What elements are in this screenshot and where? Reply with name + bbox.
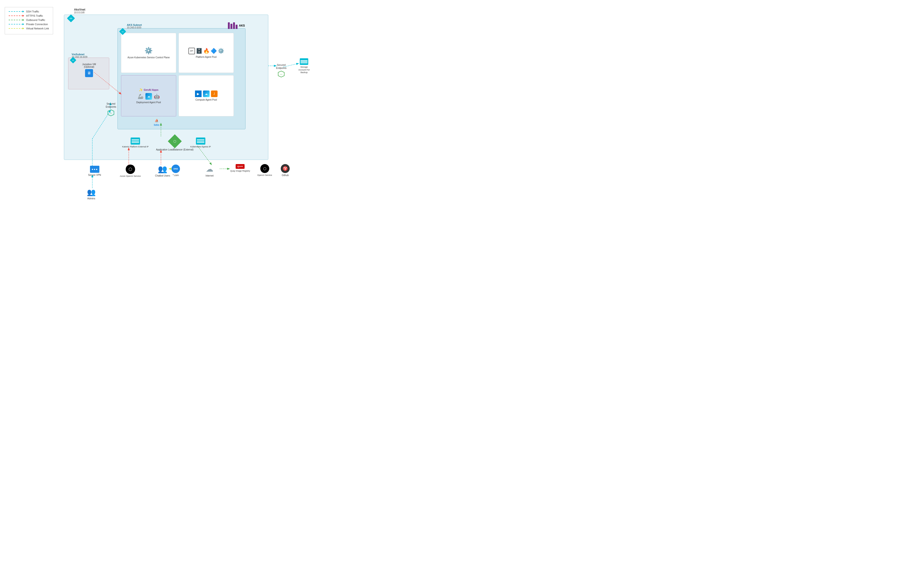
- vscode-icon: ▶: [195, 90, 202, 97]
- aks-node: AKS: [228, 22, 245, 29]
- legend-line-private: [9, 24, 23, 25]
- genai-apps-box: ✨ GenAI Apps 🦾 ☁ 🤖 Deployment Agent Pool: [121, 75, 176, 116]
- legend-line-http: [9, 16, 23, 16]
- k8s-egress-ip-node: Kubernetes Egress IP: [190, 137, 211, 148]
- azure-small-icon: ☁: [145, 93, 152, 100]
- legend-label-outbound: Outbound Traffic: [26, 18, 45, 21]
- internet-icon: ☁: [206, 165, 213, 173]
- aks-label: AKS: [239, 24, 245, 27]
- app-lb-label: Application LoadBalancer (External): [156, 148, 194, 151]
- legend-label-http: HTTP/S Traffic: [26, 14, 43, 17]
- storage-account-node: StorageAccount ForBackup: [298, 58, 310, 74]
- dns-label: *.com: [173, 174, 179, 177]
- azure-openai-label: Azure OpenAI Service: [120, 175, 141, 178]
- legend-item-private: Private Connection: [9, 23, 49, 26]
- robot-arm-icon: 🦾: [138, 93, 143, 99]
- openai-service-icon: ⬡: [260, 164, 269, 173]
- quay-icon: QUAY: [236, 164, 244, 169]
- openai-service-node: ⬡ OpenAI Service: [257, 164, 272, 177]
- admins-node: 👥 Admins: [87, 188, 96, 200]
- genai-icons: 🦾 ☁ 🤖: [138, 93, 160, 100]
- db-icon: 🗄️: [196, 48, 202, 54]
- svg-text:<>: <>: [70, 17, 72, 20]
- cog-icon: ⚙️: [218, 48, 224, 54]
- vpn-icon: [90, 166, 99, 173]
- compute-icons: ▶ ☁ J: [195, 90, 218, 97]
- jumpbox-label: Jumpbox VM(Optional): [82, 63, 96, 68]
- katonic-ext-ip-node: Katonic Platform External IP: [122, 137, 149, 148]
- svg-text:<>: <>: [121, 31, 124, 33]
- azure-openai-node: ⬡ Azure OpenAI Service: [120, 165, 141, 178]
- legend-arrow-private: [23, 23, 24, 25]
- api-icon: API: [188, 48, 195, 54]
- dns-icon: DNS: [171, 165, 180, 173]
- internet-label: Internet: [205, 175, 213, 177]
- vnet-label: AksVnet 10.0.0.0/8: [74, 8, 85, 14]
- aks-control-plane-label: Azure Kubernetes Service Control Plane: [127, 56, 170, 59]
- secured-endpoints-2-icon: <>: [278, 70, 285, 78]
- internet-node: ☁ Internet: [205, 165, 213, 177]
- aks-control-plane-box: ⚙️ Azure Kubernetes Service Control Plan…: [121, 33, 176, 73]
- storage-icon: [300, 58, 308, 65]
- istio-icon: ⛵: [155, 119, 158, 123]
- legend-label-ssh: SSH Traffic: [26, 10, 39, 13]
- svg-text:<>: <>: [110, 112, 112, 114]
- jupyter-icon: J: [211, 90, 218, 97]
- azure-openai-icon: ⬡: [126, 165, 135, 174]
- legend-line-ssh: [9, 11, 23, 12]
- legend-line-vnet: [9, 28, 23, 29]
- svg-text:<>: <>: [280, 74, 283, 75]
- jumpbox-icon: 🖥: [85, 69, 93, 77]
- deployment-agent-pool-label: Deployment Agent Pool: [136, 101, 161, 104]
- genai-sparkle-icon: ✨: [139, 88, 143, 92]
- vm-subnet-icon: <>: [70, 57, 76, 64]
- k8s-egress-ip-label: Kubernetes Egress IP: [190, 146, 211, 148]
- fire-icon: 🔥: [203, 48, 210, 54]
- legend-arrow-http: [23, 15, 24, 17]
- robot-icon: 🤖: [154, 93, 160, 99]
- istio-node: ⛵ Istio: [154, 119, 159, 126]
- admins-icon: 👥: [87, 188, 96, 196]
- genai-label: ✨ GenAI Apps: [139, 88, 158, 92]
- dns-node: DNS *.com: [171, 165, 180, 177]
- chatbot-users-label: Chatbot Users: [155, 175, 170, 177]
- legend-arrow-outbound: [23, 19, 24, 21]
- legend-item-http: HTTP/S Traffic: [9, 14, 49, 17]
- aks-control-plane-icon: ⚙️: [145, 47, 153, 54]
- admins-label: Admins: [87, 197, 95, 200]
- aks-icon: [228, 22, 238, 29]
- k8s-egress-icon: [196, 137, 205, 145]
- legend-item-ssh: SSH Traffic: [9, 10, 49, 13]
- github-label: Github: [282, 174, 288, 177]
- vnet-icon: <>: [67, 15, 75, 23]
- github-node: ♈ Github: [281, 164, 290, 177]
- aks-subnet-label: AKS Subnet 10.243.0.0/20: [127, 23, 142, 29]
- aks-subnet-icon: <>: [119, 28, 126, 35]
- platform-icons: API 🗄️ 🔥 🔷 ⚙️: [188, 48, 224, 54]
- secured-endpoints-1-node: SecuredEndpoints <>: [106, 102, 116, 117]
- svg-text:<>: <>: [72, 59, 74, 61]
- quay-registry-label: Quay Image Registry: [230, 170, 250, 173]
- storage-account-label: StorageAccount ForBackup: [298, 66, 310, 74]
- compute-agent-pool-label: Compute Agent Pool: [196, 98, 217, 101]
- secure-vpn-node: Secure VPN: [88, 166, 101, 176]
- legend-line-outbound: [9, 20, 23, 20]
- diagram-container: SSH Traffic HTTP/S Traffic Outbound Traf…: [0, 0, 329, 211]
- secured-endpoints-2-node: SecuredEndpoints <>: [276, 64, 287, 78]
- compute-agent-pool-box: ▶ ☁ J Compute Agent Pool: [179, 75, 234, 116]
- legend-label-vnet: Virtual Network Link: [26, 27, 49, 30]
- legend-item-vnet: Virtual Network Link: [9, 27, 49, 30]
- legend-arrow-ssh: [23, 11, 24, 13]
- github-icon: ♈: [281, 164, 290, 173]
- secure-vpn-label: Secure VPN: [88, 174, 101, 176]
- azure-icon-2: ☁: [203, 90, 210, 97]
- app-lb-icon: ⬡: [168, 134, 182, 148]
- legend-arrow-vnet: [23, 28, 24, 29]
- secured-endpoints-1-label: SecuredEndpoints: [106, 102, 116, 108]
- platform-agent-pool-label: Platform Agent Pool: [196, 56, 217, 58]
- openai-service-label: OpenAI Service: [257, 174, 272, 177]
- jumpbox-node: Jumpbox VM(Optional) 🖥: [82, 63, 96, 77]
- secured-endpoints-2-label: SecuredEndpoints: [276, 64, 287, 70]
- app-lb-node: ⬡ Application LoadBalancer (External): [156, 136, 194, 151]
- platform-agent-pool-box: API 🗄️ 🔥 🔷 ⚙️ Platform Agent Pool: [179, 33, 234, 73]
